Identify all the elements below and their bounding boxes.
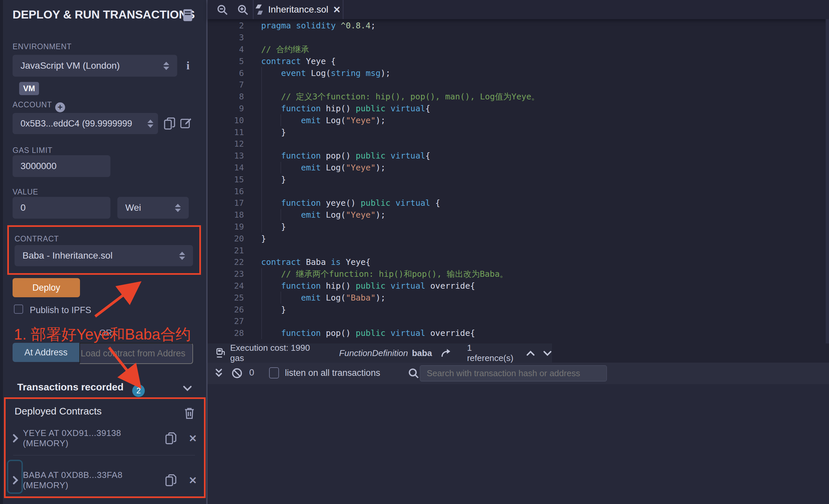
code-line[interactable]: 15 } — [208, 173, 829, 185]
transaction-search-input[interactable] — [420, 365, 607, 382]
code-token: public — [361, 198, 390, 208]
indent-guide — [261, 114, 262, 126]
close-tab-icon[interactable]: ✕ — [333, 4, 340, 15]
info-icon[interactable]: i — [186, 60, 189, 72]
code-line[interactable]: 21 — [208, 244, 829, 256]
code-line[interactable]: 18 emit Log("Yeye"); — [208, 209, 829, 221]
code-line[interactable]: 23 // 继承两个function: hip()和pop(), 输出改为Bab… — [208, 268, 829, 280]
code-token: Log( — [321, 293, 346, 303]
solidity-file-icon — [255, 4, 263, 15]
chevron-down-icon[interactable] — [543, 349, 552, 357]
code-token: Log( — [306, 68, 330, 78]
at-address-button[interactable]: At Address — [12, 343, 79, 362]
transactions-recorded-row: Transactions recorded 2 — [17, 382, 145, 397]
code-line[interactable]: 17 function yeye() public virtual { — [208, 197, 829, 209]
code-line[interactable]: 2pragma solidity ^0.8.4; — [208, 20, 829, 32]
indent-guide — [281, 292, 281, 304]
add-account-icon[interactable]: + — [55, 103, 65, 112]
tab-inheritance-sol[interactable]: Inheritance.sol ✕ — [253, 0, 344, 19]
deploy-button[interactable]: Deploy — [12, 278, 80, 297]
code-line[interactable]: 26 } — [208, 304, 829, 315]
code-token: } — [261, 175, 286, 184]
edit-account-icon[interactable] — [180, 117, 192, 130]
environment-select[interactable]: JavaScript VM (London) — [12, 55, 177, 77]
code-token: solidity — [296, 21, 335, 30]
code-line[interactable]: 6 event Log(string msg); — [208, 67, 829, 79]
editor-tabbar: Inheritance.sol ✕ — [208, 0, 829, 19]
indent-guide — [261, 327, 262, 339]
code-token: public — [356, 151, 386, 160]
line-number: 21 — [208, 246, 244, 255]
value-input[interactable] — [12, 197, 110, 219]
page-title: DEPLOY & RUN TRANSACTIONS — [12, 8, 195, 21]
indent-guide — [261, 138, 262, 150]
indent-guide — [261, 126, 262, 138]
code-line[interactable]: 14 emit Log("Yeye"); — [208, 162, 829, 174]
code-token — [261, 210, 301, 220]
code-token: function — [281, 104, 321, 113]
gas-limit-input[interactable] — [12, 155, 110, 177]
code-line[interactable]: 4// 合约继承 — [208, 44, 829, 55]
documentation-icon[interactable] — [182, 9, 194, 22]
search-icon — [408, 367, 419, 379]
code-token: virtual — [390, 104, 425, 113]
line-number: 13 — [208, 151, 244, 160]
copy-account-icon[interactable] — [163, 117, 176, 130]
code-token: ; — [370, 21, 375, 30]
indent-guide — [261, 268, 262, 280]
code-line[interactable]: 12 — [208, 138, 829, 150]
publish-ipfs-checkbox[interactable] — [14, 305, 23, 314]
code-line[interactable]: 11 } — [208, 126, 829, 138]
load-contract-address-input[interactable] — [79, 343, 193, 364]
value-unit-select[interactable]: Wei — [117, 197, 189, 219]
expand-terminal-icon[interactable] — [214, 368, 223, 379]
code-line[interactable]: 5contract Yeye { — [208, 55, 829, 67]
indent-guide — [281, 114, 281, 126]
go-to-reference-icon[interactable] — [441, 348, 451, 358]
indent-guide — [261, 91, 262, 103]
code-line[interactable]: 28 function pop() public virtual overrid… — [208, 327, 829, 339]
code-line[interactable]: 13 function pop() public virtual{ — [208, 150, 829, 162]
code-line[interactable]: 7 — [208, 79, 829, 91]
chevron-updown-icon — [147, 120, 153, 128]
zoom-in-icon[interactable] — [237, 4, 249, 15]
line-number: 9 — [208, 104, 244, 113]
line-number: 16 — [208, 187, 244, 196]
code-token: "Yeye" — [346, 116, 375, 125]
indent-guide — [281, 209, 281, 221]
code-line[interactable]: 25 emit Log("Baba"); — [208, 292, 829, 304]
code-line[interactable]: 20} — [208, 233, 829, 244]
account-select[interactable]: 0x5B3...eddC4 (99.9999999 — [12, 113, 158, 134]
code-text: contract Baba is Yeye{ — [261, 257, 370, 267]
zoom-out-icon[interactable] — [217, 4, 228, 15]
annotation-box-deployed — [4, 397, 206, 498]
code-line[interactable]: 3 — [208, 32, 829, 44]
terminal-content[interactable] — [208, 384, 829, 504]
code-line[interactable]: 24 function hip() public virtual overrid… — [208, 280, 829, 292]
code-token — [291, 21, 296, 30]
chevron-updown-icon — [163, 62, 169, 70]
tab-title: Inheritance.sol — [268, 4, 328, 15]
code-token: contract — [261, 257, 301, 267]
clear-console-icon[interactable] — [231, 367, 243, 379]
code-text: } — [261, 175, 286, 184]
code-line[interactable]: 27 — [208, 315, 829, 327]
code-line[interactable]: 8 // 定义3个function: hip(), pop(), man(), … — [208, 91, 829, 103]
editor-scrollbar[interactable] — [826, 19, 829, 344]
chevron-up-icon[interactable] — [526, 349, 535, 357]
code-text: emit Log("Yeye"); — [261, 116, 386, 125]
code-line[interactable]: 10 emit Log("Yeye"); — [208, 114, 829, 126]
chevron-down-icon[interactable] — [182, 384, 192, 392]
code-token: "Baba" — [346, 293, 375, 303]
code-token: // 继承两个function: hip()和pop(), 输出改为Baba。 — [281, 269, 508, 279]
code-line[interactable]: 9 function hip() public virtual{ — [208, 103, 829, 115]
code-line[interactable]: 16 — [208, 185, 829, 197]
listen-transactions-checkbox[interactable] — [269, 367, 279, 379]
code-line[interactable]: 19 } — [208, 221, 829, 233]
code-line[interactable]: 22contract Baba is Yeye{ — [208, 256, 829, 268]
code-token: Log( — [321, 210, 346, 220]
code-token: virtual — [390, 328, 425, 338]
code-text: } — [261, 127, 286, 137]
references-text: 1 reference(s) — [467, 343, 518, 363]
code-editor[interactable]: 2pragma solidity ^0.8.4;34// 合约继承5contra… — [208, 19, 829, 344]
